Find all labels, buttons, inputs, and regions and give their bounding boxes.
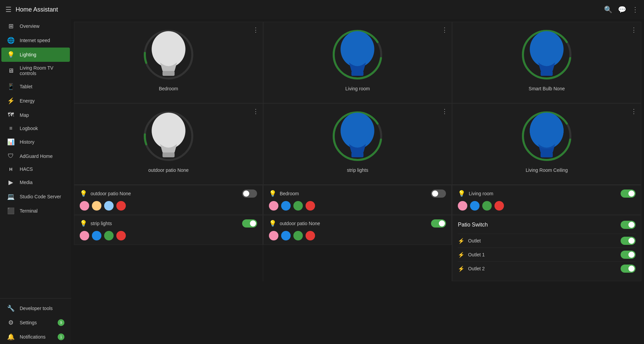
outdoor-patio-none-dots	[80, 201, 257, 211]
dot-pink-3[interactable]	[269, 201, 278, 211]
dot-green-2[interactable]	[104, 231, 114, 240]
notifications-icon: 🔔	[7, 333, 15, 341]
svg-rect-15	[162, 152, 175, 157]
bedroom-toggle[interactable]	[431, 189, 446, 198]
outlet-row-2: ⚡ Outlet 2	[458, 261, 636, 275]
smart-bulb-circle	[520, 28, 574, 82]
sidebar-item-hacs[interactable]: H HACS	[1, 163, 70, 175]
sidebar-item-developer-tools[interactable]: 🔧 Developer tools	[1, 301, 70, 315]
bedroom-circle	[141, 28, 196, 82]
settings-icon: ⚙	[7, 319, 15, 326]
dot-pink-1[interactable]	[80, 201, 89, 211]
hamburger-menu[interactable]: ☰	[5, 5, 12, 14]
sidebar-item-settings[interactable]: ⚙ Settings 9	[1, 315, 70, 330]
sidebar-header: ☰ Home Assistant	[0, 0, 71, 19]
living-room-label: Living room	[345, 86, 370, 91]
light-card-bedroom[interactable]: ⋮ Bedroom	[74, 22, 263, 103]
outdoor-patio-card-menu[interactable]: ⋮	[253, 108, 259, 115]
dot-green-4[interactable]	[293, 231, 303, 240]
dot-green-5[interactable]	[482, 201, 492, 211]
sidebar-label-history: History	[20, 139, 64, 145]
chat-icon[interactable]: 💬	[618, 5, 626, 14]
light-card-outdoor-patio[interactable]: ⋮ outdoor patio None	[74, 103, 263, 185]
dot-blue-5[interactable]	[470, 201, 480, 211]
outdoor-patio-none-toggle[interactable]	[242, 189, 257, 198]
sidebar-item-notifications[interactable]: 🔔 Notifications 1	[1, 330, 70, 344]
sidebar-label-notifications: Notifications	[20, 334, 53, 340]
sidebar-label-tablet: Tablet	[20, 84, 64, 89]
internet-speed-icon: 🌐	[7, 37, 15, 44]
bottom-card-outdoor-patio-none2: 💡 outdoor patio None	[263, 215, 452, 245]
living-room-card-menu[interactable]: ⋮	[442, 26, 448, 34]
dot-blue-light-1[interactable]	[104, 201, 114, 211]
patio-switch-toggle[interactable]	[621, 221, 636, 229]
bottom-col-3: 💡 Living room Patio Swi	[452, 185, 641, 281]
light-card-strip-lights[interactable]: ⋮ strip lights	[263, 103, 452, 185]
smart-bulb-svg	[520, 28, 574, 82]
sidebar-item-tablet[interactable]: 📱 Tablet	[1, 79, 70, 94]
outlet-0-toggle[interactable]	[621, 237, 636, 245]
strip-lights-bulb-icon: 💡	[80, 220, 87, 227]
ceiling-bulb3-svg	[520, 109, 574, 163]
bottom-col-2: 💡 Bedroom 💡	[263, 185, 452, 281]
outlet-row-1: ⚡ Outlet 1	[458, 248, 636, 261]
svg-point-18	[341, 113, 375, 149]
light-card-living-room[interactable]: ⋮ Living room	[263, 22, 452, 103]
dot-green-3[interactable]	[293, 201, 303, 211]
dot-orange-1[interactable]	[92, 201, 101, 211]
outdoor-patio-none2-dots	[269, 231, 446, 240]
sidebar-item-overview[interactable]: ⊞ Overview	[1, 19, 70, 33]
sidebar-label-living-room-tv: Living Room TV controls	[20, 65, 64, 76]
living-room-name-bottom: Living room	[469, 191, 493, 196]
sidebar-item-logbook[interactable]: ≡ Logbook	[1, 122, 70, 135]
dot-pink-5[interactable]	[458, 201, 467, 211]
sidebar-label-studio-code: Studio Code Server	[20, 194, 64, 199]
sidebar-item-history[interactable]: 📊 History	[1, 135, 70, 149]
dot-pink-2[interactable]	[80, 231, 89, 240]
sidebar-item-map[interactable]: 🗺 Map	[1, 108, 70, 122]
light-card-living-room-ceiling[interactable]: ⋮	[452, 103, 641, 185]
search-icon[interactable]: 🔍	[604, 5, 612, 14]
light-card-smart-bulb[interactable]: ⋮ Smart Bulb None	[452, 22, 641, 103]
outlet-2-toggle[interactable]	[621, 265, 636, 273]
bottom-card-bedroom: 💡 Bedroom	[263, 185, 452, 215]
outdoor-patio-none-bulb-icon: 💡	[80, 190, 87, 197]
bedroom-card-menu[interactable]: ⋮	[253, 26, 259, 34]
dot-blue-2[interactable]	[92, 231, 101, 240]
strip-lights-toggle[interactable]	[242, 219, 257, 228]
dot-red-4[interactable]	[306, 231, 315, 240]
living-room-bulb-svg	[330, 28, 385, 82]
dot-blue-4[interactable]	[281, 231, 291, 240]
sidebar-item-terminal[interactable]: ⬛ Terminal	[1, 204, 70, 218]
sidebar-item-living-room-tv[interactable]: 🖥 Living Room TV controls	[1, 62, 70, 79]
main-content: ⋮ Bedroom ⋮	[71, 19, 644, 344]
logbook-icon: ≡	[7, 125, 15, 131]
dot-red-3[interactable]	[306, 201, 315, 211]
dot-pink-4[interactable]	[269, 231, 278, 240]
smart-bulb-card-menu[interactable]: ⋮	[631, 26, 637, 34]
dot-red-1[interactable]	[116, 201, 126, 211]
living-room-ceiling-card-menu[interactable]: ⋮	[631, 108, 637, 115]
svg-point-14	[152, 113, 186, 149]
dot-red-2[interactable]	[116, 231, 126, 240]
sidebar-item-studio-code[interactable]: 💻 Studio Code Server	[1, 189, 70, 204]
bottom-card-strip-lights: 💡 strip lights	[74, 215, 263, 245]
outlet-1-toggle[interactable]	[621, 251, 636, 259]
lighting-icon: 💡	[7, 51, 15, 58]
strip-lights-circle	[330, 109, 385, 163]
overview-icon: ⊞	[7, 22, 15, 30]
sidebar-item-energy[interactable]: ⚡ Energy	[1, 94, 70, 108]
sidebar-item-media[interactable]: ▶ Media	[1, 175, 70, 189]
dot-red-5[interactable]	[494, 201, 504, 211]
more-menu-icon[interactable]: ⋮	[632, 5, 639, 14]
sidebar-item-adguard[interactable]: 🛡 AdGuard Home	[1, 149, 70, 163]
sidebar-item-lighting[interactable]: 💡 Lighting	[1, 48, 70, 62]
outdoor-patio-none2-toggle[interactable]	[431, 219, 446, 228]
sidebar-item-internet-speed[interactable]: 🌐 Internet speed	[1, 33, 70, 48]
living-room-toggle[interactable]	[621, 189, 636, 198]
dot-blue-3[interactable]	[281, 201, 291, 211]
strip-lights-card-menu[interactable]: ⋮	[442, 108, 448, 115]
bedroom-label: Bedroom	[159, 86, 178, 91]
terminal-icon: ⬛	[7, 207, 15, 215]
media-icon: ▶	[7, 179, 15, 186]
